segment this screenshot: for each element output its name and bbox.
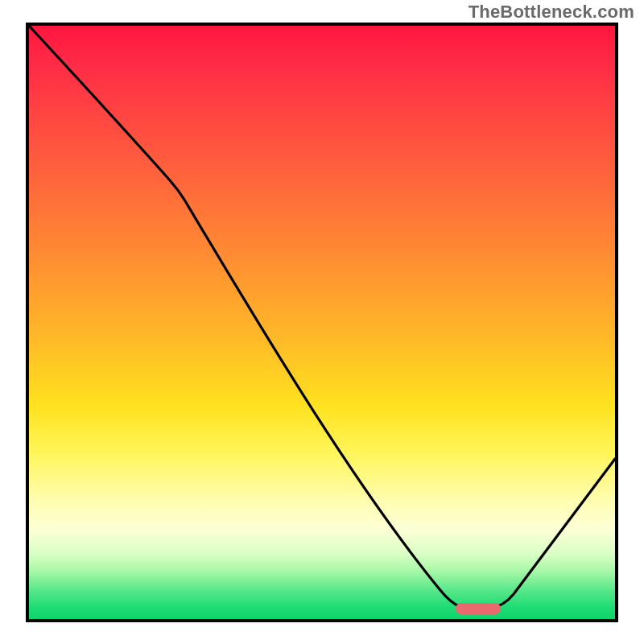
optimal-marker [456,603,501,614]
chart-container: TheBottleneck.com [0,0,644,644]
chart-plot-area [26,23,618,622]
bottleneck-curve [29,26,615,619]
watermark-text: TheBottleneck.com [469,2,634,23]
curve-path [29,26,615,609]
